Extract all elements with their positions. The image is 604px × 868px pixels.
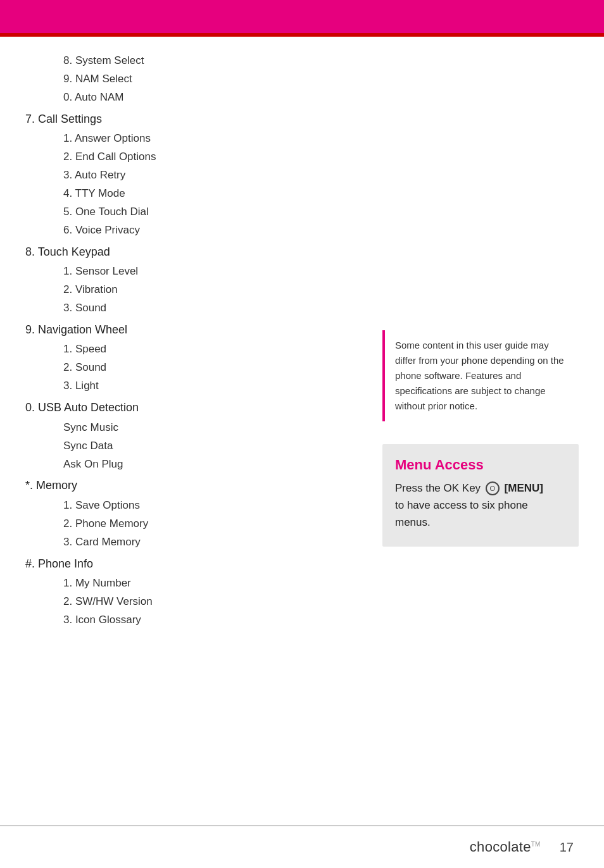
- info-note: Some content in this user guide may diff…: [382, 330, 579, 421]
- list-item: 1. Speed: [25, 340, 363, 359]
- list-item: 2. SW/HW Version: [25, 593, 363, 611]
- menu-access-menu-label: [MENU]: [505, 482, 543, 494]
- list-item: 2. Sound: [25, 359, 363, 377]
- right-column: Some content in this user guide may diff…: [376, 52, 579, 629]
- menu-access-prefix: Press the OK Key: [395, 482, 481, 494]
- list-item: Sync Music: [25, 419, 363, 437]
- list-item: 4. TTY Mode: [25, 185, 363, 203]
- list-item: 3. Icon Glossary: [25, 611, 363, 629]
- list-item: 1. My Number: [25, 574, 363, 593]
- list-item: 2. Vibration: [25, 281, 363, 299]
- top-bar: [0, 0, 604, 33]
- footer-page-number: 17: [560, 840, 574, 855]
- list-item: 0. USB Auto Detection: [25, 398, 363, 418]
- list-item: 1. Answer Options: [25, 130, 363, 148]
- list-item: 0. Auto NAM: [25, 89, 363, 107]
- list-item: 3. Sound: [25, 299, 363, 318]
- list-item: Sync Data: [25, 437, 363, 456]
- left-column: 8. System Select 9. NAM Select 0. Auto N…: [25, 52, 376, 629]
- footer-brand: chocolateTM: [470, 839, 541, 855]
- list-item: 3. Card Memory: [25, 533, 363, 552]
- list-item: 9. NAM Select: [25, 70, 363, 89]
- main-content: 8. System Select 9. NAM Select 0. Auto N…: [0, 37, 604, 645]
- ok-key-icon: O: [486, 481, 500, 495]
- footer: chocolateTM 17: [0, 825, 604, 868]
- info-note-text: Some content in this user guide may diff…: [395, 340, 564, 411]
- list-item: 1. Save Options: [25, 497, 363, 515]
- menu-access-text: Press the OK Key O [MENU] to have access…: [395, 480, 566, 531]
- list-item: Ask On Plug: [25, 456, 363, 474]
- menu-access-title: Menu Access: [395, 457, 566, 473]
- list-item: 6. Voice Privacy: [25, 221, 363, 240]
- list-item: #. Phone Info: [25, 554, 363, 574]
- list-item: 2. End Call Options: [25, 148, 363, 166]
- footer-inner: chocolateTM 17: [470, 839, 574, 855]
- list-item: 2. Phone Memory: [25, 515, 363, 533]
- menu-access-suffix: to have access to six phone menus.: [395, 499, 528, 528]
- list-item: 3. Light: [25, 377, 363, 395]
- list-item: 3. Auto Retry: [25, 166, 363, 185]
- menu-access-box: Menu Access Press the OK Key O [MENU] to…: [382, 444, 579, 547]
- list-item: 5. One Touch Dial: [25, 203, 363, 221]
- list-item: 8. Touch Keypad: [25, 242, 363, 262]
- list-item: *. Memory: [25, 476, 363, 495]
- list-item: 9. Navigation Wheel: [25, 320, 363, 340]
- menu-list: 8. System Select 9. NAM Select 0. Auto N…: [25, 52, 363, 629]
- list-item: 7. Call Settings: [25, 109, 363, 129]
- list-item: 8. System Select: [25, 52, 363, 70]
- list-item: 1. Sensor Level: [25, 263, 363, 281]
